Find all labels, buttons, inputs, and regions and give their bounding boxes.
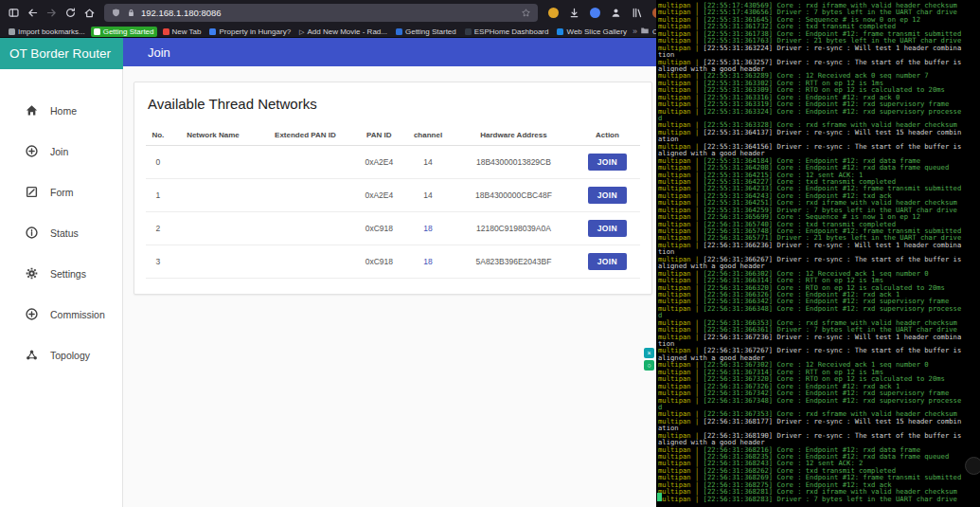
chevron-overflow-icon[interactable]: » bbox=[633, 27, 637, 36]
shield-icon[interactable] bbox=[111, 8, 121, 18]
terminal-line: multipan | [22:56:31:366348] Core : Endp… bbox=[658, 305, 980, 312]
floating-tool-button-close[interactable]: × bbox=[644, 348, 654, 358]
bookmark-item[interactable]: Web Slice Gallery bbox=[554, 27, 629, 37]
sidebar-item-label: Form bbox=[50, 187, 74, 198]
join-button[interactable]: JOIN bbox=[588, 220, 627, 237]
app-sidebar: OT Border Router HomeJoinFormStatusSetti… bbox=[0, 38, 123, 507]
lock-icon[interactable] bbox=[126, 8, 136, 18]
sidebar-item-topology[interactable]: Topology bbox=[0, 335, 123, 375]
sidebar-item-home[interactable]: Home bbox=[0, 90, 123, 131]
floating-tool-button-capture[interactable]: ○ bbox=[644, 360, 654, 371]
terminal-message: [22:55:31:364137] Driver : re-sync : Wil… bbox=[704, 128, 962, 136]
row-channel: 18 bbox=[403, 245, 453, 279]
page-content: Available Thread Networks No.Network Nam… bbox=[123, 66, 656, 507]
row-network-name bbox=[170, 179, 257, 212]
bookmark-item[interactable]: Property in Hungary? bbox=[206, 27, 294, 37]
url-text[interactable]: 192.168.1.180:8086 bbox=[141, 8, 516, 18]
table-body: 00xA2E41418B43000013829CBJOIN10xA2E41418… bbox=[146, 146, 640, 279]
join-button[interactable]: JOIN bbox=[588, 187, 627, 204]
row-no: 1 bbox=[146, 179, 170, 212]
terminal-cursor bbox=[657, 493, 662, 501]
bookmark-favicon bbox=[557, 28, 563, 35]
terminal-service-name: multipan | bbox=[658, 304, 704, 313]
row-ext-pan-id bbox=[256, 146, 354, 179]
row-pan-id: 0xA2E4 bbox=[355, 179, 403, 212]
bookmark-label: Getting Started bbox=[103, 27, 154, 36]
floating-dark-button[interactable] bbox=[965, 457, 980, 475]
address-bar[interactable]: 192.168.1.180:8086 bbox=[104, 4, 538, 22]
bookmarks-bar-items: Import bookmarks...Getting StartedNew Ta… bbox=[6, 27, 630, 37]
sidebar-item-status[interactable]: Status bbox=[0, 212, 123, 253]
download-icon[interactable] bbox=[565, 5, 582, 22]
reload-icon[interactable] bbox=[62, 5, 79, 22]
terminal-line: multipan | [22:56:31:367236] Driver : re… bbox=[658, 334, 980, 340]
row-ext-pan-id bbox=[256, 212, 354, 245]
bookmark-item[interactable]: Import bookmarks... bbox=[6, 27, 88, 37]
page-title: Join bbox=[148, 45, 170, 60]
adblock-badge-icon[interactable] bbox=[544, 5, 561, 22]
browser-window: 192.168.1.180:8086 Import bookmarks...Ge… bbox=[0, 0, 656, 507]
row-ext-pan-id bbox=[256, 245, 354, 279]
folder-icon bbox=[640, 26, 650, 37]
join-button[interactable]: JOIN bbox=[588, 253, 627, 270]
bookmark-favicon: ▷ bbox=[299, 28, 304, 35]
forward-icon[interactable] bbox=[43, 5, 60, 22]
firefox-view-icon[interactable] bbox=[5, 5, 22, 22]
table-row: 30xC918185A823B396E2043BFJOIN bbox=[146, 245, 640, 279]
toolbar-nav-icons bbox=[5, 5, 98, 22]
browser-toolbar: 192.168.1.180:8086 bbox=[0, 0, 656, 26]
terminal-line: multipan | [22:56:31:368177] Driver : re… bbox=[658, 418, 980, 425]
terminal-service-name: multipan | bbox=[658, 495, 704, 503]
bookmark-item[interactable]: ▷Add New Movie - Rad... bbox=[296, 27, 390, 37]
bookmarks-bar: Import bookmarks...Getting StartedNew Ta… bbox=[0, 26, 656, 38]
sidebar-item-form[interactable]: Form bbox=[0, 172, 123, 212]
home-icon bbox=[25, 103, 39, 118]
join-button[interactable]: JOIN bbox=[588, 154, 627, 171]
bookmark-item[interactable]: New Tab bbox=[160, 27, 205, 37]
column-header: Action bbox=[575, 125, 640, 146]
topology-icon bbox=[25, 348, 39, 362]
account-icon[interactable] bbox=[607, 5, 624, 22]
sidebar-item-join[interactable]: Join bbox=[0, 131, 123, 172]
card-title: Available Thread Networks bbox=[148, 96, 640, 112]
row-channel: 14 bbox=[403, 146, 453, 179]
terminal-message: [22:55:31:363224] Driver : re-sync : Wil… bbox=[704, 44, 962, 52]
main-area: Join Available Thread Networks No.Networ… bbox=[123, 38, 656, 507]
terminal-line: multipan | [22:56:31:368283] Driver : 7 … bbox=[658, 496, 980, 502]
bookmark-star-icon[interactable] bbox=[521, 8, 531, 18]
app-badge-icon[interactable] bbox=[586, 5, 603, 22]
terminal-message: [22:56:31:366348] Core : Endpoint #12: r… bbox=[704, 304, 962, 313]
table-head: No.Network NameExtended PAN IDPAN IDchan… bbox=[146, 125, 640, 146]
bookmark-item[interactable]: ESPHome Dashboard bbox=[462, 27, 552, 37]
bookmark-label: Add New Movie - Rad... bbox=[307, 27, 386, 36]
row-no: 2 bbox=[146, 212, 170, 245]
back-icon[interactable] bbox=[24, 5, 41, 22]
networks-card: Available Thread Networks No.Network Nam… bbox=[134, 81, 652, 295]
terminal-message: [22:56:31:367348] Core : Endpoint #12: r… bbox=[704, 396, 962, 405]
status-icon bbox=[25, 226, 39, 240]
table-row: 00xA2E41418B43000013829CBJOIN bbox=[146, 146, 640, 179]
sidebar-item-commission[interactable]: Commission bbox=[0, 294, 123, 335]
sidebar-item-label: Home bbox=[50, 105, 77, 117]
terminal-line: multipan | [22:55:31:364137] Driver : re… bbox=[658, 129, 980, 136]
sidebar-nav: HomeJoinFormStatusSettingsCommissionTopo… bbox=[0, 69, 123, 375]
home-icon[interactable] bbox=[80, 5, 98, 22]
bookmark-item[interactable]: Getting Started bbox=[91, 27, 157, 37]
row-hardware-address: 18B4300000CBC48F bbox=[453, 179, 575, 212]
networks-table: No.Network NameExtended PAN IDPAN IDchan… bbox=[146, 125, 640, 279]
bookmark-favicon bbox=[465, 28, 472, 35]
terminal-window[interactable]: multipan | [22:55:17:430569] Core : rxd … bbox=[656, 0, 980, 507]
row-pan-id: 0xC918 bbox=[355, 212, 403, 245]
terminal-line: multipan | [22:55:31:363224] Driver : re… bbox=[658, 45, 980, 51]
bookmark-label: Web Slice Gallery bbox=[566, 27, 626, 36]
app-brand: OT Border Router bbox=[0, 38, 123, 69]
sidebar-item-settings[interactable]: Settings bbox=[0, 253, 123, 294]
library-icon[interactable] bbox=[628, 5, 645, 22]
bookmark-favicon bbox=[209, 28, 216, 35]
web-page: OT Border Router HomeJoinFormStatusSetti… bbox=[0, 38, 656, 507]
column-header: No. bbox=[146, 125, 170, 146]
bookmark-item[interactable]: Getting Started bbox=[393, 27, 459, 37]
table-row: 20xC9181812180C9198039A0AJOIN bbox=[146, 212, 640, 245]
bookmark-label: New Tab bbox=[172, 27, 202, 36]
terminal-line: multipan | [22:56:31:366236] Driver : re… bbox=[658, 242, 980, 248]
